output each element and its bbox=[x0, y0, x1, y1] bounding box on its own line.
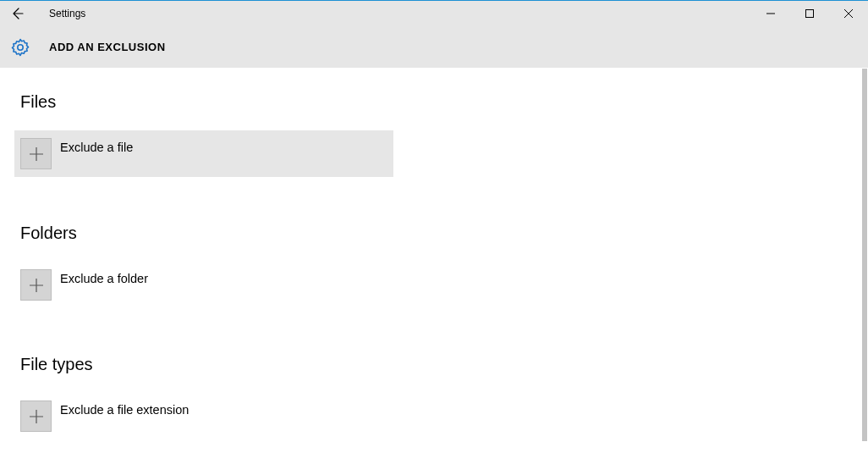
maximize-button[interactable] bbox=[790, 1, 829, 26]
svg-point-1 bbox=[18, 44, 23, 49]
scroll-thumb[interactable] bbox=[862, 69, 867, 441]
content: Files Exclude a file Folders Exclude a f… bbox=[0, 69, 866, 439]
plus-icon bbox=[20, 138, 52, 169]
minimize-button[interactable] bbox=[751, 1, 790, 26]
section-file-types: File types Exclude a file extension bbox=[20, 355, 866, 439]
section-files: Files Exclude a file bbox=[20, 92, 866, 177]
files-heading: Files bbox=[20, 92, 866, 112]
vertical-scrollbar[interactable] bbox=[861, 69, 868, 464]
back-arrow-icon bbox=[10, 7, 24, 20]
close-button[interactable] bbox=[829, 1, 868, 26]
plus-icon bbox=[20, 269, 52, 301]
close-icon bbox=[844, 9, 853, 18]
exclude-file-label: Exclude a file bbox=[60, 141, 133, 154]
file-types-heading: File types bbox=[20, 355, 866, 374]
app-title: Settings bbox=[34, 8, 85, 19]
minimize-icon bbox=[766, 9, 775, 18]
page-title: ADD AN EXCLUSION bbox=[49, 41, 166, 53]
svg-rect-0 bbox=[806, 10, 814, 18]
maximize-icon bbox=[805, 9, 814, 18]
section-folders: Folders Exclude a folder bbox=[20, 224, 866, 308]
settings-window: Settings ADD AN EXCLUSION Files bbox=[0, 0, 868, 464]
exclude-file-extension-label: Exclude a file extension bbox=[60, 403, 189, 417]
plus-icon bbox=[20, 400, 52, 432]
back-button[interactable] bbox=[0, 1, 34, 26]
exclude-folder-button[interactable]: Exclude a folder bbox=[14, 262, 393, 308]
exclude-file-button[interactable]: Exclude a file bbox=[14, 130, 393, 177]
window-controls bbox=[751, 1, 868, 26]
settings-gear-icon bbox=[10, 37, 30, 58]
exclude-folder-label: Exclude a folder bbox=[60, 272, 148, 285]
exclude-file-extension-button[interactable]: Exclude a file extension bbox=[14, 393, 393, 439]
title-bar: Settings bbox=[0, 1, 868, 26]
page-header: ADD AN EXCLUSION bbox=[0, 26, 868, 68]
folders-heading: Folders bbox=[20, 224, 866, 243]
content-area: Files Exclude a file Folders Exclude a f… bbox=[0, 69, 868, 464]
